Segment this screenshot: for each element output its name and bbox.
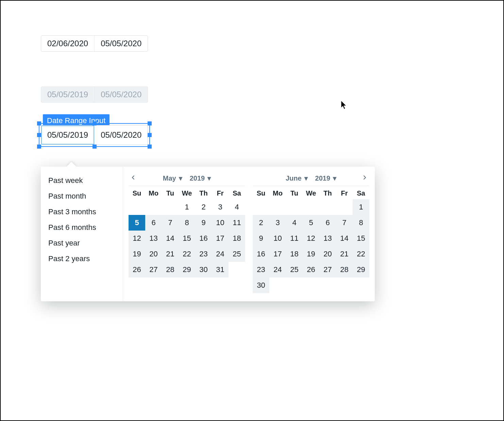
calendar-day[interactable]: 22: [353, 246, 369, 262]
calendar-day[interactable]: 28: [162, 262, 179, 277]
calendar-day[interactable]: 2: [253, 215, 269, 231]
calendar-day[interactable]: 25: [286, 262, 303, 277]
resize-handle-ne[interactable]: [148, 121, 152, 125]
calendar-day[interactable]: 12: [303, 231, 319, 246]
calendar-day[interactable]: 20: [319, 246, 336, 262]
calendar-day[interactable]: 21: [162, 246, 179, 262]
calendar-day[interactable]: 9: [195, 215, 212, 231]
shortcut-item[interactable]: Past 6 months: [41, 220, 123, 235]
calendar-day[interactable]: 18: [286, 246, 303, 262]
selected-component[interactable]: Date Range Input 05/05/2019 05/05/2020: [41, 125, 148, 145]
calendar-day[interactable]: 6: [145, 215, 162, 231]
calendar-empty-cell: [336, 199, 353, 215]
year-select[interactable]: 2019 ▾: [313, 173, 339, 183]
calendar-day[interactable]: 5: [129, 215, 145, 231]
chevron-left-icon: [131, 175, 136, 180]
calendar-day[interactable]: 29: [179, 262, 195, 277]
calendar-day[interactable]: 19: [129, 246, 145, 262]
shortcut-item[interactable]: Past 2 years: [41, 251, 123, 267]
calendar-empty-cell: [303, 199, 319, 215]
calendar-day[interactable]: 4: [286, 215, 303, 231]
calendar-day[interactable]: 14: [336, 231, 353, 246]
calendar-day[interactable]: 7: [336, 215, 353, 231]
month-select[interactable]: May ▾: [160, 173, 185, 183]
calendar-day[interactable]: 8: [353, 215, 369, 231]
calendar-day[interactable]: 1: [353, 199, 369, 215]
calendar-day[interactable]: 14: [162, 231, 179, 246]
calendar-day[interactable]: 10: [212, 215, 229, 231]
calendar-day[interactable]: 21: [336, 246, 353, 262]
caret-down-icon: ▾: [333, 174, 336, 182]
calendar-day[interactable]: 3: [212, 199, 229, 215]
calendar-day[interactable]: 27: [319, 262, 336, 277]
calendar-day[interactable]: 2: [195, 199, 212, 215]
calendar-day[interactable]: 12: [129, 231, 145, 246]
calendar-day[interactable]: 16: [195, 231, 212, 246]
calendar-day[interactable]: 28: [336, 262, 353, 277]
date-start-field[interactable]: 05/05/2019: [41, 125, 94, 145]
calendar-day[interactable]: 5: [303, 215, 319, 231]
resize-handle-sw[interactable]: [37, 145, 41, 149]
calendar-day[interactable]: 30: [195, 262, 212, 277]
calendar-day[interactable]: 26: [129, 262, 145, 277]
calendar-day[interactable]: 24: [269, 262, 286, 277]
calendar-day[interactable]: 11: [229, 215, 245, 231]
calendar-day[interactable]: 15: [353, 231, 369, 246]
date-end-field[interactable]: 05/05/2020: [94, 36, 148, 51]
resize-handle-nw[interactable]: [37, 121, 41, 125]
calendar-week-row: 2345678: [253, 215, 369, 231]
month-select[interactable]: June ▾: [283, 173, 310, 183]
calendar-day[interactable]: 27: [145, 262, 162, 277]
date-range-input-1[interactable]: 02/06/2020 05/05/2020: [41, 35, 148, 52]
weekday-header: SuMoTuWeThFrSa: [129, 186, 245, 199]
canvas: 02/06/2020 05/05/2020 05/05/2019 05/05/2…: [0, 0, 504, 421]
weekday-label: Tu: [286, 189, 303, 197]
calendar-day[interactable]: 30: [253, 277, 269, 293]
calendar-day[interactable]: 23: [195, 246, 212, 262]
year-select[interactable]: 2019 ▾: [187, 173, 214, 183]
calendar-day[interactable]: 24: [212, 246, 229, 262]
calendar-day[interactable]: 31: [212, 262, 229, 277]
shortcut-item[interactable]: Past month: [41, 188, 123, 204]
calendar-day[interactable]: 10: [269, 231, 286, 246]
calendar-day[interactable]: 13: [319, 231, 336, 246]
calendar-day[interactable]: 17: [269, 246, 286, 262]
date-end-field[interactable]: 05/05/2020: [94, 125, 148, 145]
date-start-field[interactable]: 02/06/2020: [41, 36, 94, 51]
calendar-day[interactable]: 26: [303, 262, 319, 277]
resize-handle-s[interactable]: [93, 145, 97, 149]
calendar-day[interactable]: 8: [179, 215, 195, 231]
calendar-day[interactable]: 9: [253, 231, 269, 246]
calendar-day[interactable]: 29: [353, 262, 369, 277]
prev-month-button[interactable]: [129, 173, 138, 182]
calendar-day[interactable]: 16: [253, 246, 269, 262]
calendar-day[interactable]: 11: [286, 231, 303, 246]
selection-box[interactable]: 05/05/2019 05/05/2020: [41, 125, 148, 145]
resize-handle-w[interactable]: [37, 133, 41, 137]
calendar-empty-cell: [129, 199, 145, 215]
calendar-day[interactable]: 13: [145, 231, 162, 246]
calendar-day[interactable]: 1: [179, 199, 195, 215]
weekday-label: Fr: [212, 189, 229, 197]
resize-handle-n[interactable]: [93, 121, 97, 125]
shortcut-item[interactable]: Past week: [41, 173, 123, 188]
calendar-day[interactable]: 15: [179, 231, 195, 246]
next-month-button[interactable]: [360, 173, 369, 182]
calendar-day[interactable]: 22: [179, 246, 195, 262]
shortcut-item[interactable]: Past year: [41, 235, 123, 251]
resize-handle-e[interactable]: [148, 133, 152, 137]
date-range-input-3[interactable]: 05/05/2019 05/05/2020: [41, 125, 148, 145]
resize-handle-se[interactable]: [148, 145, 152, 149]
calendar-day[interactable]: 18: [229, 231, 245, 246]
calendar-day[interactable]: 20: [145, 246, 162, 262]
calendar-day[interactable]: 7: [162, 215, 179, 231]
calendar-day[interactable]: 17: [212, 231, 229, 246]
calendar-day[interactable]: 19: [303, 246, 319, 262]
calendar-day[interactable]: 3: [269, 215, 286, 231]
calendar-day[interactable]: 6: [319, 215, 336, 231]
shortcut-list: Past weekPast monthPast 3 monthsPast 6 m…: [41, 167, 123, 301]
calendar-day[interactable]: 23: [253, 262, 269, 277]
calendar-day[interactable]: 25: [229, 246, 245, 262]
calendar-day[interactable]: 4: [229, 199, 245, 215]
shortcut-item[interactable]: Past 3 months: [41, 204, 123, 220]
